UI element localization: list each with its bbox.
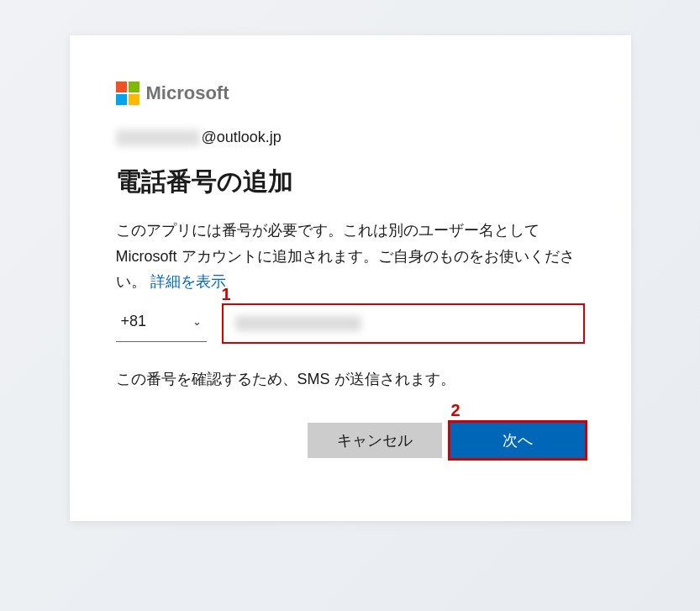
details-link[interactable]: 詳細を表示	[150, 273, 226, 290]
callout-2: 2	[450, 401, 460, 420]
phone-input-row: +81 ⌄	[116, 303, 585, 344]
cancel-button[interactable]: キャンセル	[308, 423, 442, 458]
page-title: 電話番号の追加	[116, 165, 585, 199]
country-code-value: +81	[121, 313, 147, 330]
redacted-username	[116, 129, 200, 146]
account-email: @outlook.jp	[116, 129, 585, 146]
sms-note: この番号を確認するため、SMS が送信されます。	[116, 369, 585, 389]
chevron-down-icon: ⌄	[192, 315, 202, 328]
country-code-select[interactable]: +81 ⌄	[116, 305, 207, 342]
phone-number-input[interactable]	[222, 303, 585, 344]
redacted-phone	[235, 316, 361, 331]
dialog-add-phone: Microsoft @outlook.jp 電話番号の追加 このアプリには番号が…	[70, 35, 631, 521]
next-button[interactable]: 次へ	[450, 423, 585, 458]
button-row: 2 キャンセル 次へ	[116, 423, 585, 458]
description-text: このアプリには番号が必要です。これは別のユーザー名として Microsoft ア…	[116, 218, 585, 295]
email-domain: @outlook.jp	[202, 129, 282, 146]
callout-1: 1	[222, 285, 231, 304]
brand-name: Microsoft	[146, 82, 229, 104]
brand-row: Microsoft	[116, 82, 585, 105]
microsoft-logo-icon	[116, 82, 139, 105]
phone-inputs: 1 +81 ⌄	[116, 303, 585, 344]
